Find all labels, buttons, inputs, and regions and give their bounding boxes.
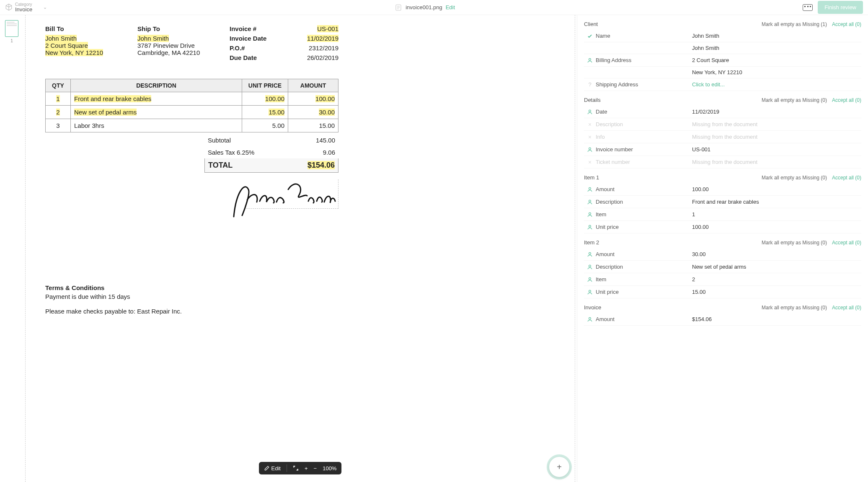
field-row[interactable]: ×DescriptionMissing from the document bbox=[584, 118, 861, 131]
page-number: 1 bbox=[10, 39, 13, 43]
field-row[interactable]: NameJohn Smith bbox=[584, 30, 861, 42]
field-value: Missing from the document bbox=[692, 159, 861, 165]
field-row[interactable]: ×Ticket numberMissing from the document bbox=[584, 156, 861, 168]
user-icon bbox=[584, 199, 596, 205]
th-amt: AMOUNT bbox=[288, 79, 338, 92]
user-icon bbox=[584, 316, 596, 322]
section-title: Item 1 bbox=[584, 174, 599, 181]
field-row[interactable]: Amount$154.06 bbox=[584, 313, 861, 326]
meta-po-v: 2312/2019 bbox=[309, 44, 338, 52]
keyboard-icon[interactable] bbox=[803, 4, 813, 11]
accept-all-link[interactable]: Accept all (0) bbox=[832, 175, 861, 181]
signature-icon bbox=[230, 177, 338, 219]
ship-to-heading: Ship To bbox=[137, 25, 217, 32]
field-row[interactable]: Item2 bbox=[584, 273, 861, 286]
bill-to-line1: 2 Court Square bbox=[45, 42, 88, 49]
meta-invoice-date-v: 11/02/2019 bbox=[307, 35, 338, 42]
bill-to-name: John Smith bbox=[45, 35, 77, 42]
svg-point-5 bbox=[589, 200, 591, 202]
table-row: 2New set of pedal arms15.0030.00 bbox=[46, 106, 338, 119]
field-value: 2 bbox=[692, 276, 861, 282]
section-title: Item 2 bbox=[584, 239, 599, 246]
accept-all-link[interactable]: Accept all (0) bbox=[832, 240, 861, 246]
extraction-panel: ClientMark all empty as Missing (1)Accep… bbox=[577, 15, 868, 482]
invoice-document: Bill To John Smith 2 Court Square New Yo… bbox=[45, 25, 338, 315]
svg-point-10 bbox=[589, 277, 591, 280]
field-row[interactable]: ×InfoMissing from the document bbox=[584, 131, 861, 143]
field-row[interactable]: Invoice numberUS-001 bbox=[584, 143, 861, 156]
field-row[interactable]: Date11/02/2019 bbox=[584, 106, 861, 118]
file-icon bbox=[395, 4, 402, 11]
field-value: 1 bbox=[692, 211, 861, 218]
field-row[interactable]: John Smith bbox=[584, 42, 861, 54]
field-row[interactable]: Item1 bbox=[584, 208, 861, 221]
field-row[interactable]: New York, NY 12210 bbox=[584, 67, 861, 78]
svg-point-1 bbox=[589, 58, 591, 60]
field-row[interactable]: Billing Address2 Court Square bbox=[584, 54, 861, 67]
th-unit: UNIT PRICE bbox=[242, 79, 288, 92]
meta-invoice-no-k: Invoice # bbox=[230, 25, 256, 32]
accept-all-link[interactable]: Accept all (0) bbox=[832, 97, 861, 103]
terms-heading: Terms & Conditions bbox=[45, 284, 338, 291]
field-value: 2 Court Square bbox=[692, 57, 861, 63]
field-row[interactable]: ?Shipping AddressClick to edit... bbox=[584, 78, 861, 91]
field-row[interactable]: Amount30.00 bbox=[584, 248, 861, 261]
field-value: 15.00 bbox=[692, 289, 861, 295]
user-icon bbox=[584, 289, 596, 295]
finish-review-button[interactable]: Finish review bbox=[818, 1, 863, 14]
field-label: Unit price bbox=[596, 289, 692, 295]
field-value[interactable]: Click to edit... bbox=[692, 81, 861, 88]
field-value: Missing from the document bbox=[692, 134, 861, 140]
signature-box bbox=[246, 179, 338, 209]
category-selector[interactable]: Category Invoice ⌄ bbox=[5, 2, 47, 13]
field-value: Front and rear brake cables bbox=[692, 199, 861, 205]
field-label: Shipping Address bbox=[596, 81, 692, 88]
bill-to-block: Bill To John Smith 2 Court Square New Yo… bbox=[45, 25, 125, 64]
meta-invoice-date-k: Invoice Date bbox=[230, 35, 266, 42]
mark-missing-link[interactable]: Mark all empty as Missing (0) bbox=[762, 305, 827, 311]
subtotal-v: 145.00 bbox=[316, 137, 335, 144]
edit-tool[interactable]: Edit bbox=[264, 465, 281, 472]
zoom-out-tool[interactable]: − bbox=[314, 465, 317, 472]
svg-point-7 bbox=[589, 225, 591, 227]
page-thumbnail-1[interactable] bbox=[5, 20, 18, 37]
th-qty: QTY bbox=[46, 79, 71, 92]
accept-all-link[interactable]: Accept all (0) bbox=[832, 21, 861, 27]
total-k: TOTAL bbox=[208, 161, 232, 170]
mark-missing-link[interactable]: Mark all empty as Missing (0) bbox=[762, 175, 827, 181]
mark-missing-link[interactable]: Mark all empty as Missing (1) bbox=[762, 21, 827, 27]
field-label: Ticket number bbox=[596, 159, 692, 165]
user-icon bbox=[584, 147, 596, 153]
zoom-in-tool[interactable]: + bbox=[305, 465, 308, 472]
document-viewer[interactable]: Bill To John Smith 2 Court Square New Yo… bbox=[23, 15, 577, 482]
bill-to-heading: Bill To bbox=[45, 25, 125, 32]
accept-all-link[interactable]: Accept all (0) bbox=[832, 305, 861, 311]
viewer-toolbar: Edit + − 100% bbox=[259, 462, 342, 474]
field-row[interactable]: Unit price15.00 bbox=[584, 286, 861, 298]
user-icon bbox=[584, 277, 596, 282]
field-row[interactable]: DescriptionFront and rear brake cables bbox=[584, 196, 861, 208]
field-row[interactable]: Amount100.00 bbox=[584, 183, 861, 196]
field-label: Info bbox=[596, 134, 692, 140]
x-icon: × bbox=[584, 159, 596, 166]
check-icon bbox=[584, 33, 596, 39]
edit-filename-link[interactable]: Edit bbox=[446, 4, 455, 10]
file-name: invoice001.png bbox=[406, 4, 442, 10]
section-item1: Item 1Mark all empty as Missing (0)Accep… bbox=[577, 168, 868, 233]
section-invoice: InvoiceMark all empty as Missing (0)Acce… bbox=[577, 298, 868, 326]
ship-to-line1: 3787 Pineview Drive bbox=[137, 42, 217, 49]
field-row[interactable]: Unit price100.00 bbox=[584, 221, 861, 233]
fit-tool[interactable] bbox=[293, 465, 299, 471]
line-items-table: QTY DESCRIPTION UNIT PRICE AMOUNT 1Front… bbox=[45, 79, 338, 132]
add-fab[interactable]: + bbox=[549, 457, 569, 477]
x-icon: × bbox=[584, 134, 596, 140]
fit-icon bbox=[293, 465, 299, 471]
field-value: $154.06 bbox=[692, 316, 861, 322]
field-label: Description bbox=[596, 199, 692, 205]
user-icon bbox=[584, 109, 596, 115]
mark-missing-link[interactable]: Mark all empty as Missing (0) bbox=[762, 240, 827, 246]
field-row[interactable]: DescriptionNew set of pedal arms bbox=[584, 261, 861, 273]
mark-missing-link[interactable]: Mark all empty as Missing (0) bbox=[762, 97, 827, 103]
svg-point-2 bbox=[589, 110, 591, 112]
field-label: Item bbox=[596, 211, 692, 218]
